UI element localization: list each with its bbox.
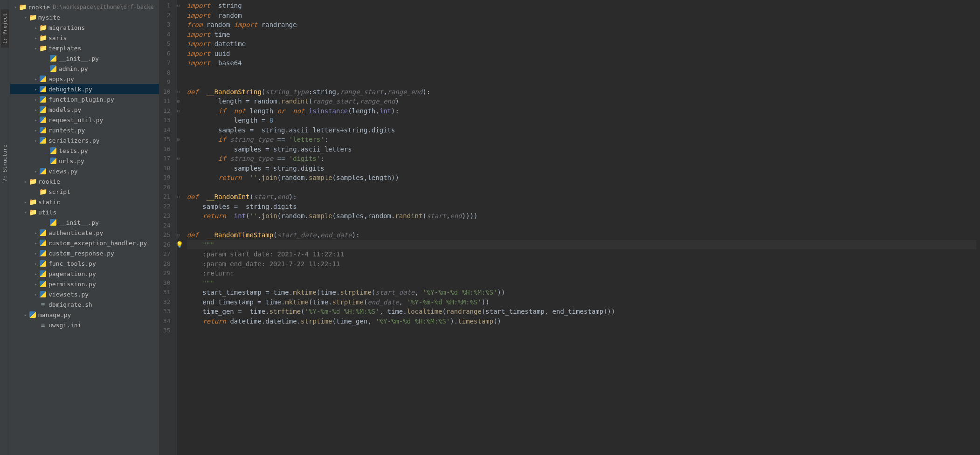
chevron-right-icon[interactable]: ▸ bbox=[33, 261, 39, 266]
code-line[interactable]: samples = string.ascii_letters bbox=[187, 145, 976, 154]
fold-marker-icon[interactable]: ⊟ bbox=[177, 194, 179, 199]
fold-marker-icon[interactable]: ⊟ bbox=[177, 156, 179, 161]
code-line[interactable]: start_timestamp = time.mktime(time.strpt… bbox=[187, 288, 976, 297]
tree-item[interactable]: ▸admin.py bbox=[10, 63, 159, 74]
code-line[interactable] bbox=[187, 221, 976, 231]
code-line[interactable]: def __RandomString(string_type:string,ra… bbox=[187, 87, 976, 97]
chevron-right-icon[interactable]: ▸ bbox=[33, 87, 39, 92]
code-line[interactable]: return datetime.datetime.strptime(time_g… bbox=[187, 317, 976, 326]
tree-item[interactable]: ▸__init__.py bbox=[10, 217, 159, 228]
tree-item[interactable]: ▸tests.py bbox=[10, 145, 159, 156]
chevron-right-icon[interactable]: ▸ bbox=[22, 312, 29, 317]
code-area[interactable]: import stringimport randomfrom random im… bbox=[183, 0, 980, 455]
code-line[interactable]: time_gen = time.strftime('%Y-%m-%d %H:%M… bbox=[187, 307, 976, 317]
code-line[interactable]: import datetime bbox=[187, 39, 976, 49]
chevron-right-icon[interactable]: ▸ bbox=[33, 25, 39, 30]
tree-item[interactable]: ▸permission.py bbox=[10, 279, 159, 289]
code-line[interactable]: import random bbox=[187, 11, 976, 21]
chevron-right-icon[interactable]: ▸ bbox=[33, 292, 39, 297]
code-line[interactable]: end_timestamp = time.mktime(time.strptim… bbox=[187, 297, 976, 307]
chevron-right-icon[interactable]: ▸ bbox=[33, 251, 39, 256]
tree-item[interactable]: ▾📁utils bbox=[10, 207, 159, 217]
project-tree[interactable]: ▾ 📁 rookie D:\workspace\githome\drf-back… bbox=[10, 0, 159, 455]
code-line[interactable]: samples = string.ascii_letters+string.di… bbox=[187, 125, 976, 135]
chevron-right-icon[interactable]: ▸ bbox=[33, 169, 39, 174]
fold-marker-icon[interactable]: ⊟ bbox=[177, 3, 179, 8]
code-line[interactable]: import base64 bbox=[187, 58, 976, 68]
tree-item[interactable]: ▸📁rookie bbox=[10, 176, 159, 186]
tree-item[interactable]: ▸≡uwsgi.ini bbox=[10, 320, 159, 330]
code-line[interactable]: :return: bbox=[187, 269, 976, 278]
chevron-right-icon[interactable]: ▸ bbox=[33, 46, 39, 51]
fold-marker-icon[interactable]: ⊟ bbox=[177, 137, 179, 142]
chevron-right-icon[interactable]: ▸ bbox=[33, 76, 39, 82]
intention-bulb-icon[interactable]: 💡 bbox=[176, 241, 183, 248]
tree-item[interactable]: ▸runtest.py bbox=[10, 125, 159, 135]
code-line[interactable]: import string bbox=[187, 1, 976, 11]
tree-root[interactable]: ▾ 📁 rookie D:\workspace\githome\drf-back… bbox=[10, 2, 159, 12]
code-line[interactable]: """ bbox=[187, 240, 976, 250]
code-line[interactable]: import time bbox=[187, 30, 976, 40]
code-line[interactable]: import uuid bbox=[187, 49, 976, 59]
tree-item[interactable]: ▸__init__.py bbox=[10, 53, 159, 63]
code-line[interactable] bbox=[187, 183, 976, 193]
tree-item[interactable]: ▸custom_response.py bbox=[10, 248, 159, 258]
code-line[interactable]: if string_type == 'letters': bbox=[187, 135, 976, 145]
chevron-right-icon[interactable]: ▸ bbox=[33, 117, 39, 123]
fold-marker-icon[interactable]: ⊟ bbox=[177, 99, 179, 103]
tree-item[interactable]: ▸manage.py bbox=[10, 310, 159, 320]
code-line[interactable] bbox=[187, 326, 976, 336]
tree-item[interactable]: ▸authenticate.py bbox=[10, 228, 159, 238]
tree-item[interactable]: ▸pagenation.py bbox=[10, 269, 159, 279]
tree-item[interactable]: ▸urls.py bbox=[10, 156, 159, 166]
tree-item[interactable]: ▸request_util.py bbox=[10, 115, 159, 125]
structure-tab[interactable]: 7: Structure bbox=[1, 141, 9, 185]
chevron-right-icon[interactable]: ▸ bbox=[22, 200, 29, 205]
tree-item[interactable]: ▸viewsets.py bbox=[10, 289, 159, 299]
chevron-down-icon[interactable]: ▾ bbox=[12, 5, 19, 10]
tree-item[interactable]: ▸📁script bbox=[10, 186, 159, 197]
tree-item[interactable]: ▸apps.py bbox=[10, 74, 159, 84]
fold-marker-icon[interactable]: ⊟ bbox=[177, 233, 179, 237]
chevron-right-icon[interactable]: ▸ bbox=[33, 271, 39, 276]
chevron-right-icon[interactable]: ▸ bbox=[33, 97, 39, 102]
chevron-right-icon[interactable]: ▸ bbox=[33, 107, 39, 112]
tree-item[interactable]: ▸📁saris bbox=[10, 33, 159, 43]
chevron-right-icon[interactable]: ▸ bbox=[33, 241, 39, 246]
fold-marker-icon[interactable]: ⊟ bbox=[177, 109, 179, 113]
tree-item[interactable]: ▸debugtalk.py bbox=[10, 84, 159, 94]
code-line[interactable]: if string_type == 'digits': bbox=[187, 154, 976, 164]
tree-item[interactable]: ▸func_tools.py bbox=[10, 258, 159, 269]
project-tab[interactable]: 1: Project bbox=[1, 9, 9, 48]
chevron-down-icon[interactable]: ▾ bbox=[22, 15, 29, 20]
chevron-right-icon[interactable]: ▸ bbox=[33, 138, 39, 143]
chevron-right-icon[interactable]: ▸ bbox=[33, 282, 39, 287]
code-line[interactable]: """ bbox=[187, 278, 976, 288]
chevron-right-icon[interactable]: ▸ bbox=[33, 35, 39, 41]
code-line[interactable]: length = random.randint(range_start,rang… bbox=[187, 97, 976, 106]
chevron-right-icon[interactable]: ▸ bbox=[22, 179, 29, 184]
tree-item[interactable]: ▸models.py bbox=[10, 104, 159, 115]
chevron-right-icon[interactable]: ▸ bbox=[33, 230, 39, 235]
code-line[interactable]: return int(''.join(random.sample(samples… bbox=[187, 211, 976, 221]
chevron-down-icon[interactable]: ▾ bbox=[22, 210, 29, 215]
tree-item[interactable]: ▸views.py bbox=[10, 166, 159, 176]
tree-item[interactable]: ▸📁static bbox=[10, 197, 159, 207]
tree-item[interactable]: ▸custom_exception_handler.py bbox=[10, 238, 159, 248]
code-line[interactable]: :param end_date: 2021-7-22 11:22:11 bbox=[187, 259, 976, 269]
code-line[interactable]: :param start_date: 2021-7-4 11:22:11 bbox=[187, 249, 976, 259]
code-line[interactable]: length = 8 bbox=[187, 116, 976, 125]
code-line[interactable]: samples = string.digits bbox=[187, 164, 976, 173]
tree-item[interactable]: ▸≡dbmigrate.sh bbox=[10, 299, 159, 310]
chevron-right-icon[interactable]: ▸ bbox=[33, 128, 39, 133]
code-line[interactable] bbox=[187, 68, 976, 78]
tree-item[interactable]: ▸serializers.py bbox=[10, 135, 159, 145]
code-line[interactable]: return ''.join(random.sample(samples,len… bbox=[187, 173, 976, 183]
code-line[interactable]: if not length or not isinstance(length,i… bbox=[187, 106, 976, 116]
code-line[interactable] bbox=[187, 77, 976, 87]
code-line[interactable]: def __RandomInt(start,end): bbox=[187, 192, 976, 202]
code-line[interactable]: samples = string.digits bbox=[187, 202, 976, 212]
tree-item[interactable]: ▾📁mysite bbox=[10, 12, 159, 22]
code-line[interactable]: from random import randrange bbox=[187, 20, 976, 30]
tree-item[interactable]: ▸📁migrations bbox=[10, 22, 159, 33]
